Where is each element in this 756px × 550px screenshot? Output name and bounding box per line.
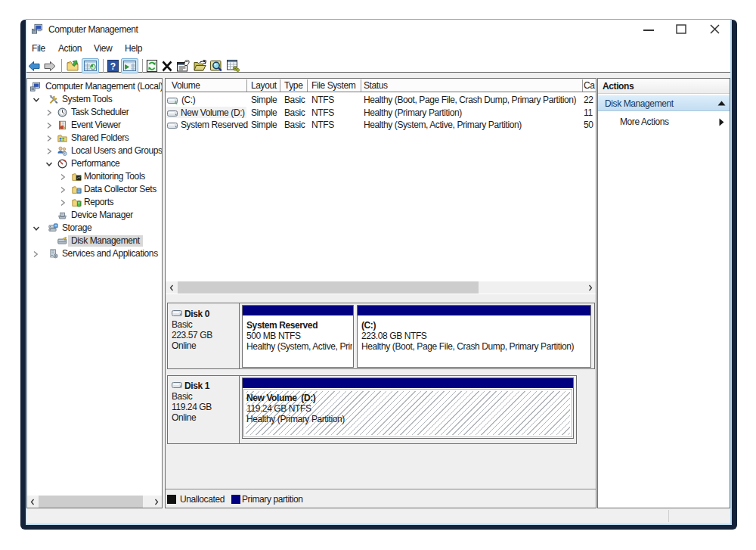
svg-text:?: ? <box>110 61 116 72</box>
